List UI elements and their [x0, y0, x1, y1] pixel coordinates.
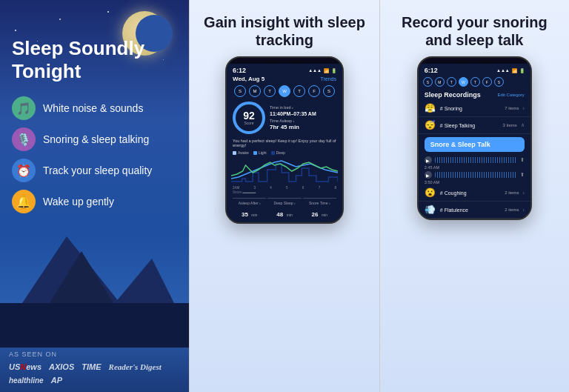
sleep-score: 92	[243, 110, 255, 121]
stat-snore-time: Snore Time › 26 min	[303, 198, 336, 219]
as-seen-on-section: AS SEEN ON USNews AXIOS TIME Reader's Di…	[0, 351, 189, 385]
as-seen-label: AS SEEN ON	[9, 351, 180, 358]
audio-waveform-2	[435, 172, 517, 178]
usnews-logo: USNews	[9, 362, 41, 371]
time-asleep-label: Time Asleep ›	[270, 119, 336, 123]
score-section: 92 Score Time in bed › 11:40PM–07:35 AM …	[227, 99, 342, 137]
legend-deep: Deep	[276, 150, 285, 155]
score-info: Time in bed › 11:40PM–07:35 AM Time Asle…	[270, 105, 336, 130]
day-s2[interactable]: S	[323, 85, 335, 97]
flatulence-chevron: ›	[522, 207, 524, 213]
recording-sleep-talking[interactable]: 😴 # Sleep Talking 3 items ∧	[419, 117, 530, 134]
recording-flatulence[interactable]: 💨 # Flatulence 2 items ›	[419, 202, 530, 219]
recordings-title: Sleep Recordings	[425, 91, 481, 99]
coughing-name: # Coughing	[440, 190, 501, 196]
snoring-count: 7 items	[505, 106, 519, 110]
ap-logo: AP	[51, 376, 62, 385]
rec-day-w[interactable]: W	[459, 77, 468, 87]
clock-icon: ⏰	[12, 159, 36, 182]
recordings-screen: 6:12 ▲▲▲ 📶 🔋 S M T W T F S Sleep Recordi…	[419, 64, 530, 219]
day-s1[interactable]: S	[234, 85, 246, 97]
coughing-count: 2 items	[505, 190, 519, 195]
stat-deep-value: 48 min	[267, 206, 301, 219]
sleep-chart	[227, 156, 342, 186]
flatulence-name: # Flatulence	[440, 207, 501, 213]
audio-waveform-1	[435, 157, 517, 163]
rec-day-f[interactable]: F	[482, 77, 492, 87]
feature-text-2: Snoring & sleep talking	[43, 133, 149, 145]
edit-category-button[interactable]: Edit Category	[497, 93, 524, 97]
feature-item-1: 🎵 White noise & sounds	[12, 96, 177, 120]
play-button-2[interactable]: ▶	[425, 171, 432, 179]
day-selector: S M T W T F S	[227, 84, 342, 99]
trends-button[interactable]: Trends	[320, 76, 336, 82]
rec-status-bar: 6:12 ▲▲▲ 📶 🔋	[419, 64, 530, 76]
readers-digest-logo: Reader's Digest	[109, 362, 162, 371]
rec-day-s1[interactable]: S	[423, 77, 433, 87]
recording-snoring[interactable]: 😤 # Snoring 7 items ›	[419, 100, 530, 117]
rec-phone-time: 6:12	[425, 67, 438, 74]
day-m[interactable]: M	[249, 85, 261, 97]
stat-asleep-after: Asleep After › 35 min	[233, 198, 266, 219]
recording-coughing[interactable]: 😮 # Coughing 2 items ›	[419, 185, 530, 202]
rec-day-t1[interactable]: T	[447, 77, 456, 87]
rec-day-m[interactable]: M	[435, 77, 445, 87]
panel-1: Sleep Soundly Tonight 🎵 White noise & so…	[0, 0, 189, 392]
time-in-bed-label: Time in bed ›	[270, 105, 336, 110]
time-asleep-value: 7hr 45 min	[270, 124, 336, 130]
legend-awake: Awake	[238, 150, 249, 155]
score-ring: 92 Score	[233, 102, 265, 134]
panel-3-title: Record your snoring and sleep talk	[387, 13, 562, 49]
press-logos: USNews AXIOS TIME Reader's Digest health…	[9, 362, 180, 385]
stat-asleep-value: 35 min	[233, 206, 266, 219]
axios-logo: AXIOS	[49, 362, 74, 371]
feature-text-1: White noise & sounds	[43, 102, 143, 114]
share-button-1[interactable]: ⬆	[520, 157, 525, 163]
sleep-date: Wed, Aug 5	[233, 76, 264, 82]
audio-item-2: ▶ ⬆	[419, 170, 530, 180]
audio-item-1: ▶ ⬆	[419, 155, 530, 165]
phone-mockup-recordings: 6:12 ▲▲▲ 📶 🔋 S M T W T F S Sleep Recordi…	[417, 56, 532, 220]
feature-item-4: 🔔 Wake up gently	[12, 190, 177, 213]
stat-asleep-label: Asleep After ›	[233, 201, 266, 205]
rec-day-s2[interactable]: S	[494, 77, 504, 87]
bell-icon: 🔔	[12, 190, 36, 213]
day-w[interactable]: W	[279, 85, 290, 97]
main-title: Sleep Soundly Tonight	[12, 37, 177, 83]
recordings-header: Sleep Recordings Edit Category	[419, 88, 530, 100]
phone-mockup-sleep: 6:12 ▲▲▲ 📶 🔋 Wed, Aug 5 Trends S M T W T…	[225, 56, 344, 224]
ground-decoration	[0, 303, 189, 348]
phone-notch-3	[459, 58, 489, 64]
panel-2-title: Gain insight with sleep tracking	[197, 13, 371, 49]
day-f[interactable]: F	[308, 85, 320, 97]
panel-2-header: Gain insight with sleep tracking	[190, 0, 379, 56]
snore-label: Snore ▬▬▬▬	[227, 190, 342, 195]
snoring-name: # Snoring	[440, 106, 501, 111]
panel-2: Gain insight with sleep tracking 6:12 ▲▲…	[189, 0, 379, 392]
stat-snore-label: Snore Time ›	[303, 201, 336, 205]
music-icon: 🎵	[12, 96, 36, 120]
feature-item-2: 🎙️ Snoring & sleep talking	[12, 127, 177, 151]
time-in-bed-value: 11:40PM–07:35 AM	[270, 111, 336, 116]
stat-deep-sleep: Deep Sleep › 48 min	[267, 198, 301, 219]
chart-legend: Awake Light Deep	[227, 150, 342, 155]
sleep-talking-name: # Sleep Talking	[440, 123, 499, 128]
time-logo: TIME	[81, 362, 101, 371]
share-button-2[interactable]: ⬆	[520, 172, 525, 178]
phone-time: 6:12	[233, 67, 246, 74]
coughing-chevron: ›	[522, 190, 524, 196]
feature-list: 🎵 White noise & sounds 🎙️ Snoring & slee…	[12, 96, 177, 213]
rec-day-t2[interactable]: T	[470, 77, 480, 87]
flatulence-count: 2 items	[505, 207, 519, 212]
sleep-talking-count: 3 items	[502, 123, 516, 127]
sleep-talking-emoji: 😴	[425, 120, 436, 130]
stat-snore-value: 26 min	[303, 206, 336, 219]
phone-notch	[270, 58, 299, 64]
day-t1[interactable]: T	[264, 85, 276, 97]
panel-3-header: Record your snoring and sleep talk	[380, 0, 569, 56]
mic-icon: 🎙️	[12, 127, 36, 151]
day-t2[interactable]: T	[293, 85, 305, 97]
sleep-talking-chevron: ∧	[521, 122, 525, 128]
sleep-message: You had a perfect sleep! Keep it up! Enj…	[227, 137, 342, 149]
play-button-1[interactable]: ▶	[425, 156, 432, 164]
